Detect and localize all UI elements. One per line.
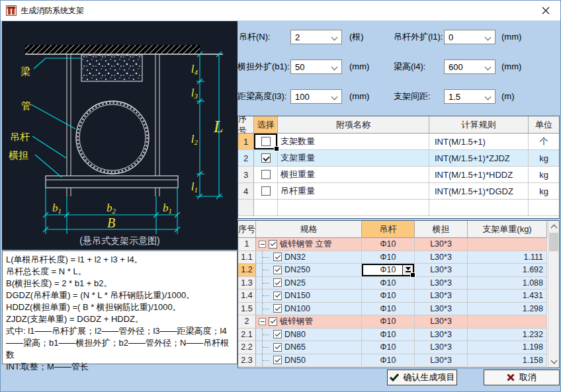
row-no[interactable]: 2.3 bbox=[238, 354, 256, 368]
spec-cell[interactable]: DN80 bbox=[256, 329, 362, 342]
crossarm-cell[interactable]: L30*3 bbox=[415, 303, 468, 316]
rule-cell[interactable]: INT(M/1.5+1) bbox=[429, 134, 529, 150]
weight-cell[interactable]: 1.232 bbox=[468, 329, 547, 342]
hanger-cell[interactable]: Φ10 bbox=[362, 315, 415, 329]
checkbox[interactable] bbox=[273, 304, 282, 313]
spec-cell[interactable]: DN50 bbox=[256, 354, 362, 368]
spec-cell[interactable]: 镀锌钢管 bbox=[256, 315, 362, 329]
hanger-cell[interactable]: Φ10 bbox=[362, 354, 415, 368]
row-no[interactable]: 2 bbox=[238, 150, 254, 167]
item-name-cell[interactable]: 支架数量 bbox=[278, 134, 429, 150]
select-cell[interactable] bbox=[254, 134, 278, 150]
scrollbar-thumb[interactable] bbox=[549, 233, 558, 251]
row-no[interactable]: 1.2 bbox=[238, 264, 256, 277]
item-name-cell[interactable]: 支架重量 bbox=[278, 150, 429, 167]
select-cell[interactable] bbox=[254, 167, 278, 183]
hanger-cell-editing[interactable]: Φ10 bbox=[362, 264, 415, 277]
hanger-cell[interactable]: Φ10 bbox=[362, 277, 415, 290]
row-no[interactable]: 2.1 bbox=[238, 329, 256, 342]
crossarm-cell[interactable]: L30*3 bbox=[415, 329, 468, 342]
hanger-cell[interactable]: Φ10 bbox=[362, 329, 415, 342]
crossarm-cell[interactable]: L30*3 bbox=[415, 354, 468, 368]
row-no[interactable]: 1 bbox=[238, 238, 256, 251]
collapse-icon[interactable] bbox=[259, 241, 266, 248]
spec-cell[interactable]: 镀锌钢管 立管 bbox=[256, 238, 362, 251]
row-no[interactable]: 1 bbox=[238, 134, 254, 150]
cell-editor[interactable]: Φ10 bbox=[362, 264, 414, 276]
checkbox[interactable] bbox=[273, 292, 282, 300]
row-no[interactable]: 1.4 bbox=[238, 290, 256, 303]
beam-height-combobox[interactable]: 600 bbox=[444, 59, 496, 74]
spec-cell[interactable]: DN100 bbox=[256, 303, 362, 316]
select-cell[interactable] bbox=[254, 150, 278, 167]
checkbox[interactable] bbox=[273, 330, 282, 338]
confirm-button[interactable]: 确认生成项目 bbox=[387, 370, 457, 385]
unit-cell[interactable]: kg bbox=[529, 167, 559, 183]
crossarm-cell[interactable]: L30*3 bbox=[415, 315, 468, 329]
hanger-cell[interactable]: Φ10 bbox=[362, 341, 415, 354]
rule-cell[interactable]: INT(M/1.5+1)*DGDZ bbox=[429, 183, 529, 200]
row-no[interactable]: 3 bbox=[238, 167, 254, 183]
item-name-cell[interactable]: 吊杆重量 bbox=[278, 183, 429, 200]
checkbox[interactable] bbox=[269, 240, 277, 249]
scroll-up-icon[interactable] bbox=[548, 221, 559, 232]
row-no[interactable]: 2 bbox=[238, 315, 256, 329]
checkbox[interactable] bbox=[261, 186, 271, 196]
hanger-count-combobox[interactable]: 2 bbox=[290, 30, 342, 44]
close-button[interactable] bbox=[531, 1, 560, 20]
unit-cell[interactable]: kg bbox=[529, 183, 559, 200]
rule-cell[interactable]: INT(M/1.5+1)*HDDZ bbox=[429, 167, 529, 183]
spec-cell[interactable]: DN250 bbox=[256, 264, 362, 277]
crossarm-ext-combobox[interactable]: 50 bbox=[290, 59, 342, 74]
hanger-ext-combobox[interactable]: 0 bbox=[444, 30, 496, 44]
checkbox[interactable] bbox=[273, 356, 282, 364]
rule-cell[interactable]: INT(M/1.5+1)*ZJDZ bbox=[429, 150, 529, 167]
crossarm-cell[interactable]: L30*3 bbox=[415, 264, 468, 277]
hanger-cell[interactable]: Φ10 bbox=[362, 238, 415, 251]
dropdown-button[interactable] bbox=[402, 265, 413, 275]
row-no[interactable]: 1.1 bbox=[238, 251, 256, 264]
crossarm-cell[interactable]: L30*3 bbox=[415, 341, 468, 354]
weight-cell[interactable]: 1.158 bbox=[468, 354, 547, 368]
row-no[interactable]: 1.5 bbox=[238, 303, 256, 316]
checkbox[interactable] bbox=[273, 343, 282, 352]
weight-cell[interactable]: 1.298 bbox=[468, 303, 547, 316]
checkbox[interactable] bbox=[273, 253, 282, 261]
beam-distance-combobox[interactable]: 100 bbox=[290, 89, 342, 104]
weight-cell[interactable]: 1.088 bbox=[468, 277, 547, 290]
select-cell[interactable] bbox=[254, 183, 278, 200]
checkbox[interactable] bbox=[269, 317, 277, 326]
spec-cell[interactable]: DN25 bbox=[256, 277, 362, 290]
spec-cell[interactable]: DN32 bbox=[256, 251, 362, 264]
weight-cell[interactable] bbox=[468, 238, 547, 251]
spec-cell[interactable]: DN65 bbox=[256, 341, 362, 354]
crossarm-cell[interactable]: L30*3 bbox=[415, 251, 468, 264]
unit-cell[interactable]: kg bbox=[529, 150, 559, 167]
weight-cell[interactable]: 1.431 bbox=[468, 290, 547, 303]
checkbox[interactable] bbox=[273, 266, 282, 274]
checkbox[interactable] bbox=[261, 170, 271, 179]
scroll-down-icon[interactable] bbox=[548, 356, 559, 368]
cancel-button[interactable]: 取消 bbox=[484, 370, 560, 385]
row-no[interactable]: 2.2 bbox=[238, 341, 256, 354]
item-name-cell[interactable]: 横担重量 bbox=[278, 167, 429, 183]
crossarm-cell[interactable]: L30*3 bbox=[415, 238, 468, 251]
row-no[interactable]: 1.3 bbox=[238, 277, 256, 290]
crossarm-cell[interactable]: L30*3 bbox=[415, 290, 468, 303]
support-spacing-combobox[interactable]: 1.5 bbox=[444, 89, 496, 104]
row-no[interactable]: 4 bbox=[238, 183, 254, 200]
hanger-cell[interactable]: Φ10 bbox=[362, 303, 415, 316]
checkbox[interactable] bbox=[261, 137, 271, 146]
vertical-scrollbar[interactable] bbox=[548, 221, 559, 368]
hanger-cell[interactable]: Φ10 bbox=[362, 290, 415, 303]
weight-cell[interactable]: 1.111 bbox=[468, 251, 547, 264]
collapse-icon[interactable] bbox=[259, 318, 266, 325]
weight-cell[interactable]: 1.198 bbox=[468, 341, 547, 354]
checkbox[interactable] bbox=[261, 153, 271, 163]
unit-cell[interactable]: 个 bbox=[529, 134, 559, 150]
crossarm-cell[interactable]: L30*3 bbox=[415, 277, 468, 290]
spec-cell[interactable]: DN150 bbox=[256, 290, 362, 303]
weight-cell[interactable]: 1.692 bbox=[468, 264, 547, 277]
checkbox[interactable] bbox=[273, 278, 282, 287]
weight-cell[interactable] bbox=[468, 315, 547, 329]
